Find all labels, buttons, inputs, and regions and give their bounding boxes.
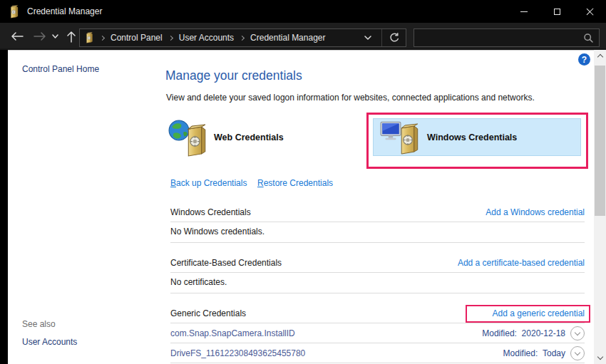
- empty-message: No certificates.: [170, 277, 227, 287]
- up-arrow-icon: [67, 31, 76, 43]
- back-button[interactable]: [9, 28, 26, 45]
- maximize-icon: [554, 9, 560, 15]
- expand-credential-button[interactable]: [570, 326, 585, 340]
- windows-credentials-label: Windows Credentials: [427, 132, 517, 142]
- window-controls: [508, 0, 606, 23]
- divider: [170, 222, 585, 222]
- app-icon: [8, 5, 20, 19]
- section-header-row: Certificate-Based Credentials Add a cert…: [170, 258, 585, 268]
- chevron-down-icon: [575, 349, 580, 355]
- sidebar-item-control-panel-home[interactable]: Control Panel Home: [22, 64, 99, 74]
- address-bar[interactable]: Control Panel User Accounts Credential M…: [79, 28, 406, 47]
- help-button[interactable]: [578, 53, 590, 66]
- modified-value: 2020-12-18: [522, 328, 565, 338]
- title-bar: Credential Manager: [0, 0, 606, 23]
- breadcrumb-separator-icon: [240, 35, 245, 40]
- empty-message: No Windows credentials.: [170, 227, 265, 236]
- breadcrumb-credential-manager[interactable]: Credential Manager: [250, 33, 325, 43]
- scroll-up-button[interactable]: [594, 50, 606, 62]
- modified-value: Today: [543, 348, 565, 358]
- back-arrow-icon: [11, 32, 24, 41]
- search-box: [414, 28, 600, 47]
- breadcrumb-separator-icon: [100, 35, 105, 40]
- refresh-button[interactable]: [382, 29, 406, 46]
- backup-credentials-link[interactable]: Back up Credentials: [170, 178, 247, 188]
- address-dropdown-button[interactable]: [364, 36, 371, 40]
- divider: [170, 323, 585, 323]
- add-generic-credential-link[interactable]: Add a generic credential: [493, 308, 585, 318]
- safe-icon: [183, 124, 208, 157]
- windows-credentials-icon: [380, 120, 421, 155]
- close-icon: [586, 8, 594, 16]
- restore-credentials-link[interactable]: Restore Credentials: [257, 178, 333, 188]
- breadcrumb-control-panel[interactable]: Control Panel: [111, 33, 163, 43]
- page-title: Manage your credentials: [165, 68, 302, 83]
- divider: [170, 363, 585, 363]
- refresh-icon: [389, 33, 399, 43]
- modified-label: Modified:: [482, 328, 517, 338]
- credential-manager-icon: [84, 32, 94, 43]
- page-description: View and delete your saved logon informa…: [166, 93, 535, 103]
- scroll-down-button[interactable]: [594, 352, 606, 364]
- web-credentials-label: Web Credentials: [214, 132, 284, 142]
- credential-row[interactable]: com.Snap.SnapCamera.InstallID Modified: …: [170, 326, 585, 340]
- credential-name: DriveFS_116122308493625455780: [170, 348, 305, 358]
- section-title: Generic Credentials: [170, 308, 246, 318]
- forward-button[interactable]: [31, 28, 48, 45]
- see-also-label: See also: [22, 319, 56, 329]
- breadcrumb-separator-icon: [168, 35, 173, 40]
- chevron-down-icon: [575, 329, 580, 335]
- section-title: Certificate-Based Credentials: [170, 258, 282, 268]
- divider: [170, 272, 585, 273]
- backup-label: ack up Credentials: [176, 178, 247, 188]
- modified-label: Modified:: [503, 348, 538, 358]
- add-certificate-credential-link[interactable]: Add a certificate-based credential: [458, 258, 585, 268]
- window-title: Credential Manager: [27, 6, 102, 16]
- divider: [170, 293, 585, 293]
- credential-name: com.Snap.SnapCamera.InstallID: [170, 328, 295, 338]
- close-button[interactable]: [573, 0, 606, 23]
- credential-row[interactable]: DriveFS_116122308493625455780 Modified: …: [170, 346, 585, 360]
- chevron-up-icon: [597, 54, 602, 60]
- divider: [170, 242, 585, 243]
- safe-icon: [396, 123, 421, 155]
- section-header-row: Generic Credentials Add a generic creden…: [170, 308, 585, 318]
- minimize-button[interactable]: [508, 0, 540, 23]
- chevron-down-icon: [52, 34, 58, 38]
- section-header-row: Windows Credentials Add a Windows creden…: [170, 207, 585, 217]
- section-title: Windows Credentials: [170, 207, 251, 217]
- search-input[interactable]: [414, 33, 584, 43]
- divider: [170, 343, 585, 343]
- restore-label: estore Credentials: [264, 178, 333, 188]
- backup-accelerator: B: [170, 178, 176, 188]
- recent-locations-button[interactable]: [48, 28, 61, 45]
- chevron-down-icon: [597, 354, 602, 360]
- up-button[interactable]: [63, 28, 80, 45]
- breadcrumb-user-accounts[interactable]: User Accounts: [179, 33, 234, 43]
- window-left-edge: [0, 50, 8, 364]
- web-credentials-icon: [168, 118, 208, 157]
- search-icon: [584, 33, 593, 43]
- maximize-button[interactable]: [540, 0, 573, 23]
- expand-credential-button[interactable]: [570, 346, 585, 360]
- scrollbar-thumb[interactable]: [595, 66, 605, 216]
- minimize-icon: [520, 11, 528, 12]
- windows-credentials-tile[interactable]: Windows Credentials: [373, 118, 581, 156]
- forward-arrow-icon: [34, 32, 46, 41]
- web-credentials-tile[interactable]: Web Credentials: [168, 118, 284, 157]
- restore-accelerator: R: [257, 178, 264, 188]
- add-windows-credential-link[interactable]: Add a Windows credential: [486, 207, 585, 217]
- sidebar-item-user-accounts[interactable]: User Accounts: [22, 337, 77, 347]
